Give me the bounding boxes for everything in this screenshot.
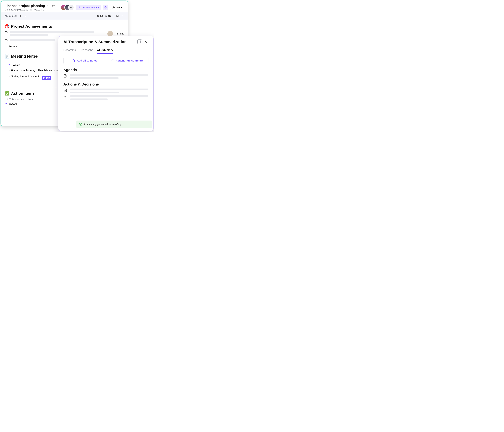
section-achievements-title: Project Achievements [11, 24, 52, 29]
dots-icon: ••• [121, 15, 124, 17]
chevron-down-icon [24, 15, 27, 17]
checkbox-unchecked-icon[interactable] [5, 98, 8, 101]
sidebar-icon [140, 41, 141, 43]
actions-decisions-heading: Actions & Decisions [63, 82, 148, 87]
panel-header: AI Transcription & Summarization [63, 39, 148, 44]
panel-title: AI Transcription & Summarization [63, 40, 135, 44]
layers-count-value: (10) [108, 15, 112, 17]
checkbox-checked-icon [63, 88, 67, 92]
duration-label: 45 mins [115, 32, 124, 35]
page-subtitle: Monday Aug 08, 11:00 AM - 02:00 PM [5, 9, 59, 11]
sparkle-icon [8, 63, 11, 67]
section-achievements-header: 🎯 Project Achievements [5, 24, 124, 29]
svg-marker-0 [52, 5, 54, 7]
settings-button[interactable] [103, 5, 108, 10]
layers-icon [105, 15, 107, 17]
regenerate-summary-button[interactable]: Regenerate summary [106, 57, 148, 64]
close-icon [144, 40, 147, 43]
divider [114, 14, 114, 18]
sparkle-icon [5, 45, 8, 48]
cards-count-value: (6) [100, 15, 103, 17]
avatar-more[interactable]: +4 [68, 5, 74, 10]
svg-point-2 [113, 7, 114, 8]
layers-count[interactable]: (10) [105, 15, 112, 17]
agenda-item [63, 74, 148, 79]
iadam-label: iAdam [9, 45, 17, 48]
more-menu-button[interactable]: ••• [47, 4, 50, 8]
svg-rect-5 [64, 89, 67, 92]
success-toast: ✓ AI summary generated successfully [76, 121, 152, 128]
invite-button[interactable]: Invite [110, 5, 124, 10]
regenerate-label: Regenerate summary [116, 59, 144, 62]
close-button[interactable] [144, 40, 148, 43]
branch-icon [63, 95, 67, 99]
ai-summary-panel: AI Transcription & Summarization Recordi… [58, 36, 153, 131]
magic-wand-icon [111, 59, 114, 62]
decision-item [63, 95, 148, 100]
toast-message: AI summary generated successfully [84, 123, 121, 126]
achievement-item[interactable]: 45 mins [5, 31, 124, 36]
person-plus-icon [112, 6, 115, 9]
action-decision-item [63, 88, 148, 93]
check-circle-icon: ✓ [79, 123, 82, 126]
tab-transcript[interactable]: Transcript [81, 47, 93, 54]
star-icon [52, 4, 55, 7]
svg-marker-4 [105, 15, 107, 16]
svg-point-1 [105, 7, 106, 8]
page-emoji-icon: 📄 [5, 54, 9, 59]
section-actions-title: Action items [11, 91, 35, 96]
assistant-button-label: iAdam assistant [82, 6, 99, 9]
notes-author: iAdam [12, 64, 20, 67]
target-emoji-icon: 🎯 [5, 24, 9, 29]
agenda-heading: Agenda [63, 68, 148, 72]
radio-unchecked-icon[interactable] [5, 39, 8, 42]
cards-count[interactable]: (6) [97, 15, 103, 17]
inline-user-tag[interactable]: iAdam [42, 76, 51, 80]
overflow-button[interactable]: ••• [121, 14, 124, 18]
assistant-button[interactable]: iAdam assistant [76, 5, 101, 10]
add-content-dropdown[interactable] [24, 14, 27, 18]
add-all-label: Add all to notes [77, 59, 98, 62]
section-notes-title: Meeting Notes [11, 54, 38, 59]
add-content-button[interactable] [19, 14, 22, 18]
file-icon [63, 74, 67, 78]
radio-unchecked-icon[interactable] [5, 31, 8, 34]
sparkle-icon [5, 102, 8, 106]
file-plus-icon [72, 59, 75, 62]
invite-button-label: Invite [116, 6, 122, 9]
add-content-label: Add content: [5, 15, 17, 17]
title-block: Finance project planning ••• Monday Aug … [5, 4, 59, 11]
plus-icon [19, 15, 22, 17]
tab-recording[interactable]: Recording [63, 47, 76, 54]
action-item-placeholder: This is an action item... [9, 98, 35, 101]
text-cursor [39, 75, 39, 78]
cards-icon [97, 15, 99, 17]
header: Finance project planning ••• Monday Aug … [1, 1, 128, 12]
check-emoji-icon: ✅ [5, 91, 9, 96]
dots-icon: ••• [47, 5, 49, 7]
iadam-label: iAdam [9, 103, 17, 106]
panel-tabs: Recording Transcript AI Summary [63, 47, 148, 54]
gear-sparkle-icon [104, 6, 107, 9]
page-title: Finance project planning [5, 4, 45, 8]
placeholder-text [10, 31, 97, 36]
participant-avatars[interactable]: +4 [60, 5, 74, 10]
panel-action-buttons: Add all to notes Regenerate summary [63, 57, 148, 64]
document-button[interactable] [116, 14, 119, 18]
favorite-button[interactable] [52, 4, 55, 8]
sparkle-icon [78, 6, 81, 9]
tab-ai-summary[interactable]: AI Summary [97, 47, 113, 54]
sidebar-toggle-button[interactable] [137, 39, 142, 44]
content-toolbar: Add content: (6) (10) ••• [1, 12, 128, 19]
note-bullet-text: Stating the topic's intent [11, 75, 39, 78]
avatar[interactable] [107, 31, 113, 36]
add-all-to-notes-button[interactable]: Add all to notes [63, 57, 106, 64]
document-icon [116, 15, 119, 18]
